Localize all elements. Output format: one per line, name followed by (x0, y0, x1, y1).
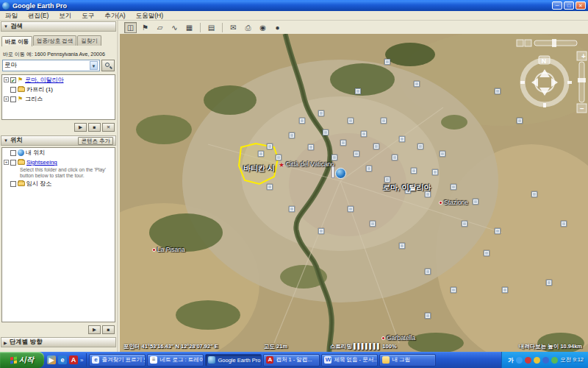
menu-보기[interactable]: 보기 (54, 11, 76, 21)
photo-poi-icon[interactable] (299, 118, 305, 124)
add-placemark-icon[interactable]: ⚑ (139, 22, 151, 33)
menu-파일[interactable]: 파일 (0, 11, 23, 21)
photo-poi-icon[interactable] (366, 166, 372, 171)
checkbox[interactable] (10, 87, 16, 93)
tree-row[interactable]: +⚑그리스 (2, 94, 115, 104)
red-dot-marker[interactable] (152, 248, 156, 252)
photo-poi-icon[interactable] (318, 110, 324, 116)
tree-row[interactable]: 내 위치 (2, 148, 115, 158)
photo-poi-icon[interactable] (308, 144, 314, 150)
menu-도움말(H)[interactable]: 도움말(H) (131, 11, 168, 21)
photo-poi-icon[interactable] (411, 168, 417, 174)
quick-launch-overflow-chevron[interactable]: » (80, 357, 83, 364)
antivirus-icon[interactable] (551, 357, 558, 364)
photo-poi-icon[interactable] (348, 206, 354, 212)
map-view[interactable]: N + − 바티칸 시★Città del Vaticano로마, 이탈리아St… (120, 34, 588, 352)
view-in-google-maps-icon[interactable]: ◉ (257, 22, 269, 33)
photo-poi-icon[interactable] (354, 151, 359, 157)
maximize-button[interactable]: □ (564, 1, 574, 10)
play-tour-button[interactable]: ▶ (74, 123, 87, 132)
menu-편집(E)[interactable]: 편집(E) (23, 11, 54, 21)
tree-row[interactable]: 카프리 (1) (2, 85, 115, 94)
photo-poi-icon[interactable] (399, 243, 405, 249)
checkbox[interactable]: ✔ (10, 77, 16, 83)
photo-poi-icon[interactable] (318, 228, 324, 234)
tree-item-label[interactable]: Sightseeing (26, 159, 57, 166)
measure-icon[interactable]: ▤ (205, 22, 218, 33)
adobe-icon[interactable]: A (69, 355, 78, 364)
photo-poi-icon[interactable] (561, 221, 567, 227)
add-content-button[interactable]: 콘텐츠 추가 (78, 137, 113, 145)
update-icon[interactable] (534, 357, 540, 364)
messenger-icon[interactable] (542, 357, 549, 364)
photo-poi-icon[interactable] (381, 118, 387, 124)
photo-poi-icon[interactable] (531, 191, 537, 197)
network-icon[interactable] (516, 357, 523, 364)
stop-tour-button[interactable]: ■ (88, 123, 101, 132)
photo-poi-icon[interactable] (495, 88, 501, 94)
print-icon[interactable]: ⎙ (242, 22, 254, 33)
photo-poi-icon[interactable] (361, 131, 367, 137)
menu-추가(A)[interactable]: 추가(A) (99, 11, 130, 21)
photo-poi-icon[interactable] (440, 151, 445, 157)
tree-row[interactable]: 임시 장소 (2, 179, 115, 188)
taskbar-button[interactable]: A캡처 1 - 알캡... (263, 354, 320, 367)
checkbox[interactable] (10, 96, 16, 102)
dropdown-arrow-icon[interactable]: ▼ (90, 61, 98, 70)
ime-indicator[interactable]: 가 (508, 356, 514, 364)
tab-1[interactable]: 업종/상호 검색 (33, 35, 76, 46)
clear-results-button[interactable]: ✕ (102, 123, 115, 132)
photo-poi-icon[interactable] (276, 155, 282, 160)
tree-item-label[interactable]: 로마, 이탈리아 (25, 76, 63, 84)
tab-0[interactable]: 바로 이동 (1, 36, 32, 46)
photo-poi-icon[interactable] (417, 144, 423, 149)
taskbar-button[interactable]: W제목 없음 - 문서... (321, 354, 378, 367)
photo-poi-icon[interactable] (323, 130, 329, 135)
places-panel-header[interactable]: ▼ 위치 콘텐츠 추가 (1, 135, 116, 146)
tree-item-label[interactable]: 내 위치 (26, 149, 45, 157)
media-player-icon[interactable]: ▶ (47, 355, 56, 364)
close-button[interactable]: ✕ (576, 1, 586, 10)
photo-poi-icon[interactable] (267, 184, 273, 190)
checkbox[interactable] (10, 160, 16, 166)
window-titlebar[interactable]: Google Earth Pro ─ □ ✕ (0, 0, 588, 11)
photo-poi-icon[interactable] (267, 144, 273, 149)
tree-row[interactable]: +✔⚑로마, 이탈리아 (2, 75, 115, 85)
photo-poi-icon[interactable] (392, 155, 398, 160)
tree-item-label[interactable]: 그리스 (25, 95, 43, 103)
photo-poi-icon[interactable] (546, 280, 552, 286)
checkbox[interactable] (10, 150, 16, 156)
photo-poi-icon[interactable] (340, 140, 346, 146)
photo-poi-icon[interactable] (399, 136, 405, 142)
add-polygon-icon[interactable]: ▱ (154, 22, 166, 33)
photo-poi-icon[interactable] (425, 269, 431, 275)
stop-tour-button[interactable]: ■ (102, 325, 115, 334)
photo-poi-icon[interactable] (502, 287, 508, 293)
photo-poi-icon[interactable] (451, 184, 456, 190)
photo-poi-icon[interactable] (517, 118, 523, 124)
red-star-marker[interactable]: ★ (279, 161, 284, 169)
photo-poi-icon[interactable] (370, 221, 376, 227)
red-dot-marker[interactable] (439, 201, 442, 205)
expander-icon[interactable]: + (4, 77, 9, 82)
directions-panel-header[interactable]: ▶ 단계별 방향 (1, 337, 116, 347)
photo-poi-icon[interactable] (373, 144, 379, 149)
internet-explorer-icon[interactable]: e (58, 355, 67, 364)
photo-poi-icon[interactable] (331, 155, 337, 160)
photo-poi-icon[interactable] (451, 287, 456, 293)
add-path-icon[interactable]: ∿ (168, 22, 181, 33)
photo-poi-icon[interactable] (425, 313, 431, 319)
tab-2[interactable]: 길찾기 (77, 35, 101, 46)
tree-item-label[interactable]: 카프리 (1) (26, 85, 53, 93)
search-panel-header[interactable]: ▼ 검색 (1, 21, 116, 32)
taskbar-button[interactable]: e즐겨찾기 표르기 도... (89, 354, 146, 367)
taskbar-button[interactable]: 내 그림 (379, 354, 436, 367)
start-button[interactable]: 시작 (0, 352, 44, 368)
add-image-overlay-icon[interactable]: ▦ (183, 22, 196, 33)
search-button[interactable] (101, 60, 115, 71)
photo-poi-icon[interactable] (462, 221, 467, 227)
photo-poi-icon[interactable] (432, 169, 438, 175)
photo-poi-icon[interactable] (289, 132, 295, 138)
photo-poi-icon[interactable] (348, 118, 354, 124)
taskbar-button[interactable]: ≡네트 로그 : 트레이... (147, 354, 204, 367)
